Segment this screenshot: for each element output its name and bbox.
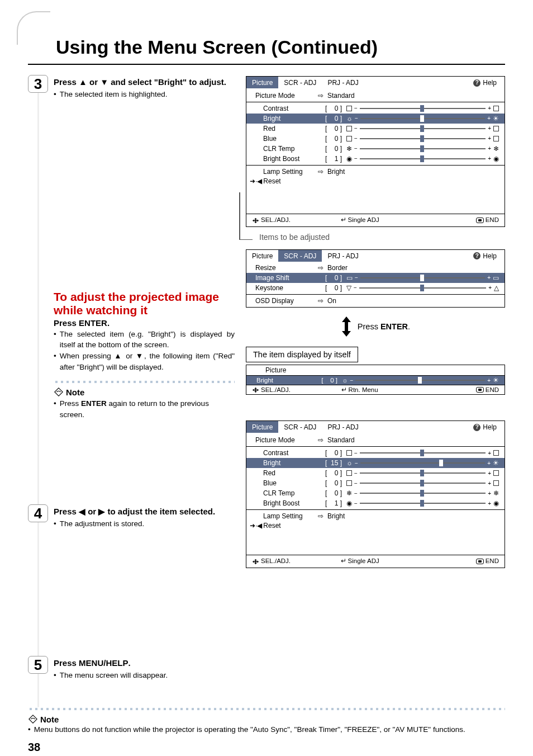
osd1-red-lbl: Red [255, 124, 314, 133]
step5-bullet1: The menu screen will disappear. [60, 670, 168, 681]
page-title: Using the Menu Screen (Continued) [56, 36, 505, 58]
step4-heading: Press ◀ or ▶ to adjust the item selected… [54, 505, 235, 517]
thermo-icon: ❄ [493, 144, 499, 153]
content-columns: 3 Press ▲ or ▼ and select "Bright" to ad… [28, 76, 505, 691]
step-5: 5 Press MENU/HELP. The menu screen will … [28, 657, 235, 681]
osd1-boost-lbl: Bright Boost [255, 154, 314, 163]
sun-bright-icon: ☀ [493, 376, 499, 384]
item-by-itself-label: The item displayed by itself [246, 347, 358, 362]
osd1-tab-picture: Picture [246, 77, 278, 88]
slider [360, 105, 486, 112]
bottom-note-text: Menu buttons do not function while the p… [28, 724, 505, 735]
note-label: Note [54, 387, 235, 397]
osd1-tab-help: ?Help [468, 77, 505, 88]
minus-icon [346, 106, 352, 111]
osd1-tabs: Picture SCR - ADJ PRJ - ADJ ?Help [246, 77, 505, 88]
step4-body: The adjustment is stored. [54, 518, 235, 530]
osd4-body: Picture Mode⇨Standard Contrast[ 0 ]−+ Br… [246, 433, 505, 555]
osd1-blue-lbl: Blue [255, 134, 314, 143]
sun-dim-icon: ☼ [346, 459, 353, 467]
leader-line-h [239, 239, 253, 240]
osd1-tab-scr: SCR - ADJ [278, 77, 322, 88]
sun-dim-icon: ☼ [346, 114, 353, 123]
title-rule [28, 64, 505, 65]
sun-dim-icon: ☼ [342, 377, 348, 384]
osd2-shift-lbl: Image Shift [255, 273, 314, 282]
step4-bullet1: The adjustment is stored. [60, 518, 145, 530]
osd3-bright-lbl: Bright [256, 377, 310, 384]
slider [360, 115, 485, 122]
plus-icon [493, 106, 499, 111]
step-4: 4 Press ◀ or ▶ to adjust the item select… [28, 505, 235, 647]
updown-arrow-icon [341, 316, 352, 337]
step5-body: The menu screen will disappear. [54, 670, 235, 681]
step5-heading: Press MENU/HELP. [54, 657, 235, 669]
osd1-bright-lbl: Bright [255, 114, 314, 123]
sun-bright-icon: ☀ [493, 114, 499, 123]
dots-separator [54, 379, 235, 385]
step3-note-text: Press ENTER again to return to the previ… [60, 398, 235, 420]
osd2-body: Resize⇨Border Image Shift[ 0 ]▭−+▭ Keyst… [246, 262, 505, 307]
osd1-picmode-val: Standard [327, 91, 499, 100]
osd1-contrast-lbl: Contrast [255, 104, 314, 113]
shift-icon: ▭ [493, 273, 499, 282]
osd2-key-lbl: Keystone [255, 284, 314, 292]
note-icon [28, 714, 38, 724]
manual-page: Using the Menu Screen (Continued) 3 Pres… [0, 0, 533, 756]
step3-press-enter: Press ENTER. [54, 318, 235, 328]
enter-arrow-icon: ↵ [341, 386, 347, 394]
osd1-picmode-lbl: Picture Mode [255, 91, 314, 100]
osd2-tab-prj: PRJ - ADJ [322, 250, 364, 262]
corner-decor [17, 11, 50, 45]
thermo-icon: ❄ [346, 144, 352, 153]
reset-arrow-icon: ➜·◀ [250, 177, 262, 186]
osd1-reset: ➜·◀Reset [250, 177, 499, 186]
leader-line [239, 192, 240, 239]
step3-heading: Press ▲ or ▼ and select "Bright" to adju… [54, 76, 235, 88]
osd1-body: Picture Mode⇨Standard Contrast[ 0 ]−+ Br… [246, 88, 505, 214]
dpad-icon [252, 387, 259, 393]
osd2-tab-scr: SCR - ADJ [278, 250, 322, 262]
help-icon: ? [473, 424, 480, 431]
shift-icon: ▭ [346, 273, 353, 282]
step3-sub2: When pressing ▲ or ▼, the following item… [60, 351, 235, 372]
step-3: 3 Press ▲ or ▼ and select "Bright" to ad… [28, 76, 235, 495]
end-icon [476, 218, 484, 223]
boost-icon: ◉ [346, 154, 352, 163]
osd1-clr-lbl: CLR Temp [255, 144, 314, 153]
sun-bright-icon: ☀ [493, 459, 499, 467]
step-number-4: 4 [28, 504, 48, 522]
osd2-resize-lbl: Resize [255, 263, 314, 272]
note-icon [54, 387, 64, 397]
osd3-tab: Picture [258, 365, 294, 375]
osd-panel-3: Picture Bright[ 0 ]☼−+☀ SEL./ADJ. ↵Rtn. … [246, 365, 505, 395]
bottom-note-label: Note [28, 714, 505, 724]
press-enter-indicator: Press ENTER. [246, 316, 505, 337]
osd4-tab-prj: PRJ - ADJ [322, 421, 364, 433]
boost-icon: ◉ [493, 154, 499, 163]
osd1-footer: SEL./ADJ. ↵ Single ADJ END [246, 214, 505, 226]
step3-sub1: The selected item (e.g. "Bright") is dis… [60, 329, 235, 351]
osd4-tab-help: ?Help [468, 421, 505, 433]
osd2-resize-val: Border [327, 263, 499, 272]
osd1-lamp-lbl: Lamp Setting [255, 167, 314, 176]
help-icon: ? [473, 79, 480, 87]
arrow-right-icon: ⇨ [316, 91, 325, 100]
step3-note-body: Press ENTER again to return to the previ… [54, 398, 235, 420]
step-number-3: 3 [28, 75, 48, 93]
osd4-tab-picture: Picture [246, 421, 278, 433]
step3-red-heading: To adjust the projected image while watc… [54, 290, 235, 317]
left-column: 3 Press ▲ or ▼ and select "Bright" to ad… [28, 76, 235, 691]
end-icon [476, 387, 484, 393]
dpad-icon [252, 218, 259, 224]
step3-bullet1: The selected item is highlighted. [60, 89, 168, 100]
osd2-tab-picture: Picture [246, 250, 278, 262]
osd4-tab-scr: SCR - ADJ [278, 421, 322, 433]
osd1-lamp-val: Bright [327, 167, 499, 176]
osd2-tab-help: ?Help [468, 250, 505, 262]
osd2-osd-val: On [327, 296, 499, 305]
keystone-down-icon: ▽ [346, 284, 351, 292]
osd1-tab-prj: PRJ - ADJ [322, 77, 364, 88]
osd2-osd-lbl: OSD Display [255, 296, 314, 305]
keystone-up-icon: △ [494, 284, 499, 292]
